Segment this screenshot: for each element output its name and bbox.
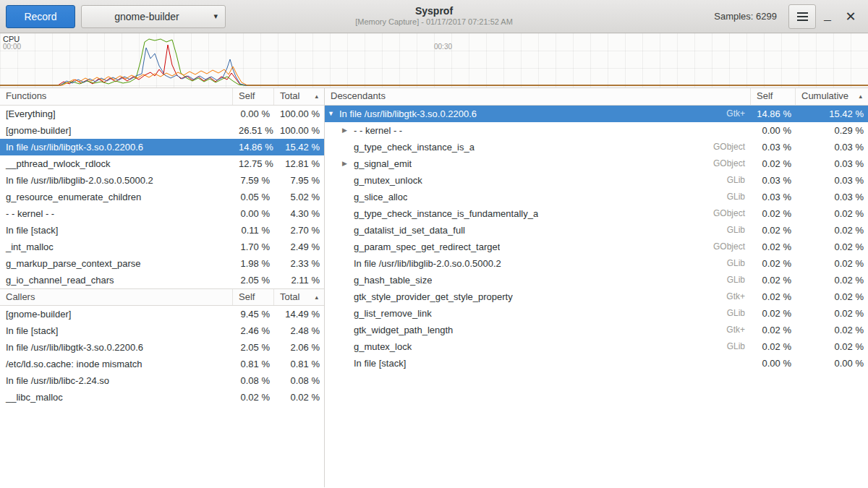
function-row[interactable]: [gnome-builder]26.51 %100.00 % — [0, 122, 324, 139]
descendant-row[interactable]: gtk_style_provider_get_style_propertyGtk… — [325, 288, 868, 305]
descendant-cumulative: 0.02 % — [796, 255, 868, 272]
descendant-row[interactable]: g_mutex_unlockGLib0.03 %0.03 % — [325, 172, 868, 189]
caller-row[interactable]: In file /usr/lib/libgtk-3.so.0.2200.62.0… — [0, 339, 324, 356]
library-badge: GLib — [720, 172, 745, 189]
descendant-name-cell: g_hash_table_sizeGLib — [325, 272, 751, 288]
process-selector[interactable]: gnome-builder ▾ — [81, 5, 226, 28]
functions-column-header[interactable]: Functions — [0, 88, 233, 105]
caller-row[interactable]: In file [stack]2.46 %2.48 % — [0, 322, 324, 339]
function-row-name: g_io_channel_read_chars — [0, 272, 233, 288]
function-row[interactable]: g_resource_enumerate_children0.05 %5.02 … — [0, 189, 324, 205]
callers-column-header[interactable]: Callers — [0, 289, 233, 305]
descendant-name-cell: g_slice_allocGLib — [325, 189, 751, 205]
function-row[interactable]: In file /usr/lib/libglib-2.0.so.0.5000.2… — [0, 172, 324, 189]
descendants-table-body: In file /usr/lib/libgtk-3.so.0.2200.6Gtk… — [325, 106, 868, 372]
caller-row-total: 0.81 % — [274, 356, 324, 372]
descendant-name-cell: g_signal_emitGObject — [325, 155, 751, 172]
functions-total-column-header[interactable]: Total ▴ — [274, 88, 324, 105]
descendant-name-cell: In file /usr/lib/libglib-2.0.so.0.5000.2… — [325, 255, 751, 272]
descendant-row[interactable]: g_hash_table_sizeGLib0.02 %0.02 % — [325, 272, 868, 288]
function-row[interactable]: In file /usr/lib/libgtk-3.so.0.2200.614.… — [0, 139, 324, 155]
expander-open-icon[interactable] — [328, 106, 339, 122]
descendant-self: 14.86 % — [751, 106, 796, 122]
sort-arrow-icon: ▴ — [315, 88, 318, 104]
minimize-button[interactable]: ─ — [816, 4, 839, 29]
descendant-name-cell: - - kernel - - — [325, 122, 751, 139]
caller-row-self: 2.05 % — [233, 339, 274, 356]
descendants-self-column-header[interactable]: Self — [751, 88, 796, 105]
menu-button[interactable] — [788, 4, 816, 29]
function-row-name: g_resource_enumerate_children — [0, 189, 233, 205]
caller-row[interactable]: In file /usr/lib/libc-2.24.so0.08 %0.08 … — [0, 372, 324, 389]
descendant-cumulative: 0.03 % — [796, 155, 868, 172]
descendant-row[interactable]: g_type_check_instance_is_aGObject0.03 %0… — [325, 139, 868, 155]
callers-total-column-header[interactable]: Total ▴ — [274, 289, 324, 305]
descendant-row[interactable]: g_slice_allocGLib0.03 %0.03 % — [325, 189, 868, 205]
descendant-row[interactable]: g_signal_emitGObject0.02 %0.03 % — [325, 155, 868, 172]
expander-closed-icon[interactable] — [342, 122, 354, 139]
library-badge: GObject — [706, 205, 745, 222]
caller-row[interactable]: [gnome-builder]9.45 %14.49 % — [0, 306, 324, 322]
function-row-total: 2.70 % — [274, 222, 324, 239]
descendant-cumulative: 0.02 % — [796, 239, 868, 255]
function-row[interactable]: _int_malloc1.70 %2.49 % — [0, 239, 324, 255]
descendant-row[interactable]: g_list_remove_linkGLib0.02 %0.02 % — [325, 305, 868, 322]
descendant-row[interactable]: g_param_spec_get_redirect_targetGObject0… — [325, 239, 868, 255]
function-row-total: 2.49 % — [274, 239, 324, 255]
descendant-name: g_mutex_lock — [354, 338, 412, 355]
caller-row[interactable]: /etc/ld.so.cache: inode mismatch0.81 %0.… — [0, 356, 324, 372]
descendants-cumulative-column-header[interactable]: Cumulative ▴ — [796, 88, 868, 105]
expander-closed-icon[interactable] — [342, 155, 354, 172]
callers-self-column-header[interactable]: Self — [233, 289, 274, 305]
function-row[interactable]: In file [stack]0.11 %2.70 % — [0, 222, 324, 239]
descendant-name-cell: g_datalist_id_set_data_fullGLib — [325, 222, 751, 239]
descendant-name-cell: g_mutex_unlockGLib — [325, 172, 751, 189]
function-row[interactable]: __pthread_rwlock_rdlock12.75 %12.81 % — [0, 155, 324, 172]
function-row-self: 14.86 % — [233, 139, 274, 155]
callers-table-body: [gnome-builder]9.45 %14.49 %In file [sta… — [0, 306, 324, 406]
descendant-row[interactable]: g_mutex_lockGLib0.02 %0.02 % — [325, 338, 868, 355]
header-bar: Record gnome-builder ▾ Sysprof [Memory C… — [0, 0, 868, 33]
function-row-self: 7.59 % — [233, 172, 274, 189]
descendants-cumulative-label: Cumulative — [801, 90, 848, 101]
descendant-row[interactable]: - - kernel - -0.00 %0.29 % — [325, 122, 868, 139]
function-row-name: _int_malloc — [0, 239, 233, 255]
descendant-row[interactable]: g_type_check_instance_is_fundamentally_a… — [325, 205, 868, 222]
function-row[interactable]: - - kernel - -0.00 %4.30 % — [0, 205, 324, 222]
descendant-name: g_datalist_id_set_data_full — [354, 222, 465, 239]
descendant-self: 0.02 % — [751, 322, 796, 338]
descendant-name-cell: g_type_check_instance_is_aGObject — [325, 139, 751, 155]
cpu-graph[interactable]: CPU 00:00 00:30 — [0, 33, 868, 88]
close-button[interactable]: ✕ — [839, 4, 862, 29]
descendant-name-cell: gtk_widget_path_lengthGtk+ — [325, 322, 751, 338]
descendant-row[interactable]: In file [stack]0.00 %0.00 % — [325, 355, 868, 372]
function-row[interactable]: g_markup_parse_context_parse1.98 %2.33 % — [0, 255, 324, 272]
caller-row-self: 0.02 % — [233, 389, 274, 406]
function-row[interactable]: [Everything]0.00 %100.00 % — [0, 106, 324, 122]
functions-self-column-header[interactable]: Self — [233, 88, 274, 105]
function-row[interactable]: g_io_channel_read_chars2.05 %2.11 % — [0, 272, 324, 288]
function-row-name: In file /usr/lib/libgtk-3.so.0.2200.6 — [0, 139, 233, 155]
descendant-cumulative: 0.02 % — [796, 322, 868, 338]
record-button[interactable]: Record — [6, 5, 75, 28]
descendants-table-header: Descendants Self Cumulative ▴ — [325, 88, 868, 106]
library-badge: Gtk+ — [719, 322, 745, 338]
caller-row[interactable]: __libc_malloc0.02 %0.02 % — [0, 389, 324, 406]
descendant-row[interactable]: g_datalist_id_set_data_fullGLib0.02 %0.0… — [325, 222, 868, 239]
functions-table-body: [Everything]0.00 %100.00 %[gnome-builder… — [0, 106, 324, 288]
function-row-self: 2.05 % — [233, 272, 274, 288]
library-badge: GObject — [706, 239, 745, 255]
function-row-total: 2.11 % — [274, 272, 324, 288]
descendant-row[interactable]: In file /usr/lib/libgtk-3.so.0.2200.6Gtk… — [325, 106, 868, 122]
descendants-column-header[interactable]: Descendants — [325, 88, 751, 105]
sort-arrow-icon: ▴ — [859, 88, 862, 104]
descendant-name: g_slice_alloc — [354, 189, 407, 205]
descendant-row[interactable]: gtk_widget_path_lengthGtk+0.02 %0.02 % — [325, 322, 868, 338]
library-badge: GLib — [720, 338, 745, 355]
caller-row-name: /etc/ld.so.cache: inode mismatch — [0, 356, 233, 372]
descendant-name: gtk_style_provider_get_style_property — [354, 288, 513, 305]
descendant-name: g_type_check_instance_is_fundamentally_a — [354, 205, 538, 222]
descendant-self: 0.02 % — [751, 288, 796, 305]
descendant-cumulative: 0.02 % — [796, 205, 868, 222]
descendant-row[interactable]: In file /usr/lib/libglib-2.0.so.0.5000.2… — [325, 255, 868, 272]
